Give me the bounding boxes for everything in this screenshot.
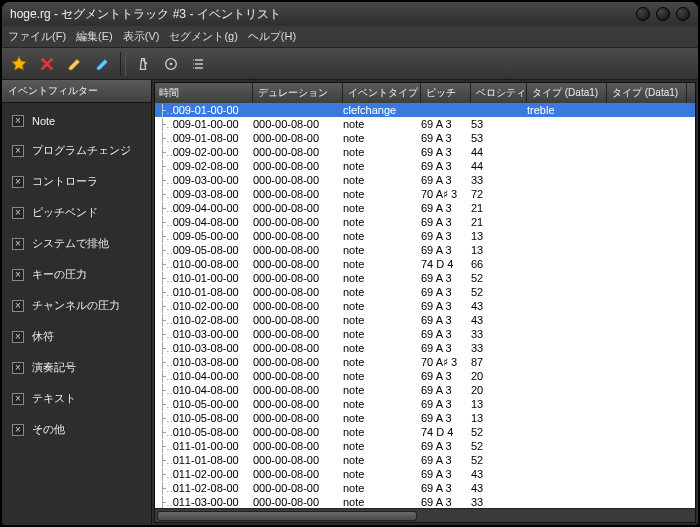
content-area: イベントフィルター ×Note×プログラムチェンジ×コントローラ×ピッチベンド×… [2,80,698,525]
column-header-0[interactable]: 時間 [155,83,253,103]
column-header-3[interactable]: ピッチ [421,83,471,103]
toolbar [2,48,698,80]
filter-label: コントローラ [32,174,98,189]
table-row[interactable]: ├‥010-05-08-00000-00-08-00note74 D 452 [155,425,695,439]
filter-label: ピッチベンド [32,205,98,220]
column-header-5[interactable]: タイプ (Data1) [527,83,607,103]
table-row[interactable]: ├‥010-03-08-00000-00-08-00note69 A 333 [155,341,695,355]
filter-label: その他 [32,422,65,437]
sidebar: イベントフィルター ×Note×プログラムチェンジ×コントローラ×ピッチベンド×… [2,80,152,525]
column-header-1[interactable]: デュレーション [253,83,343,103]
checkbox-icon[interactable]: × [12,300,24,312]
filter-label: 演奏記号 [32,360,76,375]
table-row[interactable]: ├‥010-03-08-00000-00-08-00note70 A♯ 387 [155,355,695,369]
filter-item-8[interactable]: ×演奏記号 [2,352,151,383]
maximize-button[interactable] [656,7,670,21]
menu-file[interactable]: ファイル(F) [8,29,66,44]
table-row[interactable]: ├‥010-05-08-00000-00-08-00note69 A 313 [155,411,695,425]
filter-label: システムで排他 [32,236,109,251]
filter-label: チャンネルの圧力 [32,298,120,313]
edit-button[interactable] [62,51,88,77]
checkbox-icon[interactable]: × [12,176,24,188]
checkbox-icon[interactable]: × [12,145,24,157]
checkbox-icon[interactable]: × [12,362,24,374]
checkbox-icon[interactable]: × [12,393,24,405]
checkbox-icon[interactable]: × [12,331,24,343]
table-row[interactable]: ├‥010-01-08-00000-00-08-00note69 A 352 [155,285,695,299]
table-row[interactable]: ├‥009-02-00-00000-00-08-00note69 A 344 [155,145,695,159]
menu-view[interactable]: 表示(V) [123,29,160,44]
table-row[interactable]: ├‥010-04-00-00000-00-08-00note69 A 320 [155,369,695,383]
sidebar-title: イベントフィルター [2,80,151,103]
filter-item-6[interactable]: ×チャンネルの圧力 [2,290,151,321]
table-row[interactable]: ├‥009-03-00-00000-00-08-00note69 A 333 [155,173,695,187]
checkbox-icon[interactable]: × [12,115,24,127]
filter-label: Note [32,115,55,127]
grid-header: 時間デュレーションイベントタイプピッチベロシティタイプ (Data1)タイプ (… [155,83,695,103]
column-header-2[interactable]: イベントタイプ [343,83,421,103]
event-grid: 時間デュレーションイベントタイプピッチベロシティタイプ (Data1)タイプ (… [154,82,696,523]
checkbox-icon[interactable]: × [12,424,24,436]
table-row[interactable]: ├‥009-05-00-00000-00-08-00note69 A 313 [155,229,695,243]
select-tool-button[interactable] [158,51,184,77]
window-title: hoge.rg - セグメントトラック #3 - イベントリスト [10,6,630,23]
menu-segment[interactable]: セグメント(g) [169,29,237,44]
filter-label: キーの圧力 [32,267,87,282]
menu-edit[interactable]: 編集(E) [76,29,113,44]
column-header-6[interactable]: タイプ (Data1) [607,83,687,103]
table-row[interactable]: ├‥010-02-08-00000-00-08-00note69 A 343 [155,313,695,327]
filter-item-1[interactable]: ×プログラムチェンジ [2,135,151,166]
list-button[interactable] [186,51,212,77]
table-row[interactable]: ├‥009-01-00-00000-00-08-00note69 A 353 [155,117,695,131]
table-row[interactable]: ├‥011-02-00-00000-00-08-00note69 A 343 [155,467,695,481]
horizontal-scrollbar[interactable] [155,508,695,522]
table-row[interactable]: ├‥009-02-08-00000-00-08-00note69 A 344 [155,159,695,173]
table-row[interactable]: ├‥011-01-00-00000-00-08-00note69 A 352 [155,439,695,453]
filter-list: ×Note×プログラムチェンジ×コントローラ×ピッチベンド×システムで排他×キー… [2,103,151,449]
toolbar-separator [120,52,126,76]
table-row[interactable]: ├‥009-04-00-00000-00-08-00note69 A 321 [155,201,695,215]
table-row[interactable]: ├‥009-03-08-00000-00-08-00note70 A♯ 372 [155,187,695,201]
scrollbar-thumb[interactable] [157,511,417,521]
table-row[interactable]: ├‥011-02-08-00000-00-08-00note69 A 343 [155,481,695,495]
filter-item-7[interactable]: ×休符 [2,321,151,352]
filter-item-2[interactable]: ×コントローラ [2,166,151,197]
table-row[interactable]: ├‥011-03-00-00000-00-08-00note69 A 333 [155,495,695,508]
filter-label: 休符 [32,329,54,344]
checkbox-icon[interactable]: × [12,269,24,281]
filter-item-0[interactable]: ×Note [2,107,151,135]
table-row[interactable]: ├‥010-04-08-00000-00-08-00note69 A 320 [155,383,695,397]
delete-button[interactable] [34,51,60,77]
close-button[interactable] [676,7,690,21]
table-row[interactable]: ├‥011-01-08-00000-00-08-00note69 A 352 [155,453,695,467]
table-row[interactable]: ├‥009-04-08-00000-00-08-00note69 A 321 [155,215,695,229]
grid-body[interactable]: ├‥009-01-00-00clefchangetreble├‥009-01-0… [155,103,695,508]
table-row[interactable]: ├‥009-05-08-00000-00-08-00note69 A 313 [155,243,695,257]
filter-label: テキスト [32,391,76,406]
table-row[interactable]: ├‥010-00-08-00000-00-08-00note74 D 466 [155,257,695,271]
minimize-button[interactable] [636,7,650,21]
title-bar[interactable]: hoge.rg - セグメントトラック #3 - イベントリスト [2,2,698,26]
filter-item-4[interactable]: ×システムで排他 [2,228,151,259]
menu-help[interactable]: ヘルプ(H) [248,29,296,44]
table-row[interactable]: ├‥010-05-00-00000-00-08-00note69 A 313 [155,397,695,411]
table-row[interactable]: ├‥010-03-00-00000-00-08-00note69 A 333 [155,327,695,341]
table-row[interactable]: ├‥010-02-00-00000-00-08-00note69 A 343 [155,299,695,313]
star-button[interactable] [6,51,32,77]
filter-item-5[interactable]: ×キーの圧力 [2,259,151,290]
menu-bar: ファイル(F) 編集(E) 表示(V) セグメント(g) ヘルプ(H) [2,26,698,48]
filter-item-10[interactable]: ×その他 [2,414,151,445]
edit-alt-button[interactable] [90,51,116,77]
table-row[interactable]: ├‥010-01-00-00000-00-08-00note69 A 352 [155,271,695,285]
column-header-4[interactable]: ベロシティ [471,83,527,103]
checkbox-icon[interactable]: × [12,207,24,219]
table-row[interactable]: ├‥009-01-08-00000-00-08-00note69 A 353 [155,131,695,145]
event-list-window: hoge.rg - セグメントトラック #3 - イベントリスト ファイル(F)… [0,0,700,527]
table-row[interactable]: ├‥009-01-00-00clefchangetreble [155,103,695,117]
main-panel: 時間デュレーションイベントタイプピッチベロシティタイプ (Data1)タイプ (… [152,80,698,525]
metronome-button[interactable] [130,51,156,77]
checkbox-icon[interactable]: × [12,238,24,250]
filter-item-9[interactable]: ×テキスト [2,383,151,414]
filter-item-3[interactable]: ×ピッチベンド [2,197,151,228]
svg-point-1 [170,62,173,65]
